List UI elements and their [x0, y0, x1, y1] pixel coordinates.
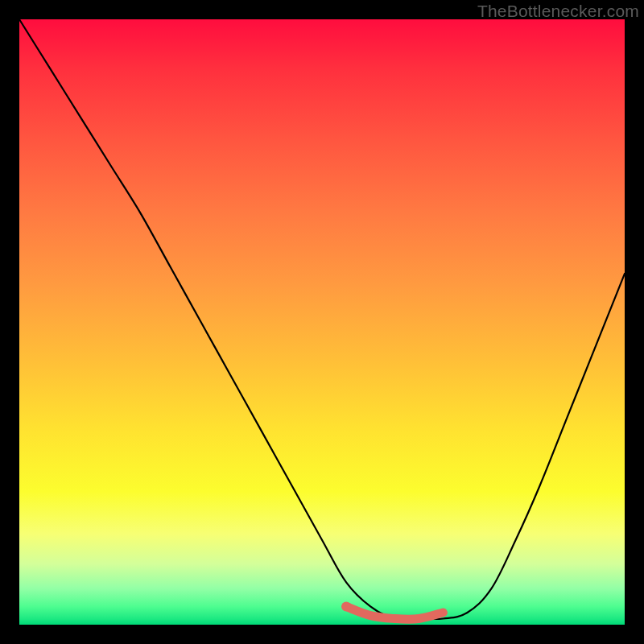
- optimal-range-start-dot: [341, 601, 351, 611]
- chart-frame: TheBottlenecker.com: [0, 0, 644, 644]
- watermark-label: TheBottlenecker.com: [477, 2, 639, 21]
- plot-area: [19, 19, 625, 625]
- curve-layer: [19, 19, 625, 625]
- optimal-range-marker: [346, 606, 443, 619]
- bottleneck-curve: [19, 19, 625, 620]
